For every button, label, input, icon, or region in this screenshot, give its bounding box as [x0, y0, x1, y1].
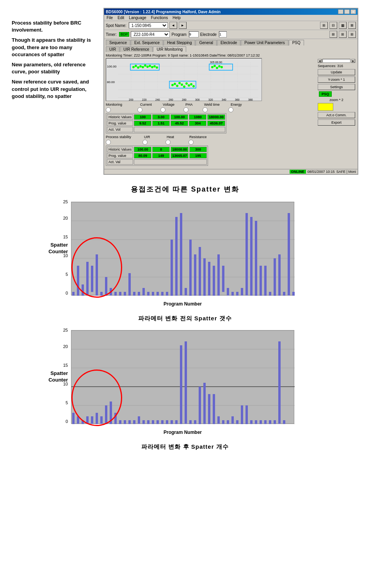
toolbar-btn-4[interactable]: ⊠: [348, 22, 356, 29]
svg-rect-169: [189, 420, 192, 424]
svg-rect-167: [180, 345, 182, 424]
svg-rect-102: [255, 221, 257, 296]
svg-rect-75: [128, 273, 131, 296]
chart-area: Monitoring Timer: Z22-100R4 Program: 9 S…: [104, 52, 358, 169]
toolbar-btn-3[interactable]: ▦: [339, 22, 347, 29]
toolbar-btn-2[interactable]: ⊟: [329, 22, 337, 29]
y-zoom-button[interactable]: Y-zoom * 1: [318, 76, 355, 83]
zoom-display: [318, 103, 333, 111]
act-val-4: 304: [189, 121, 206, 126]
prog-value-label-2: Prog. value: [107, 153, 133, 158]
settings-button[interactable]: Settings: [318, 84, 355, 90]
svg-rect-161: [152, 420, 154, 424]
menu-functions[interactable]: Functions: [151, 16, 168, 20]
uir-radio[interactable]: [142, 140, 148, 145]
menu-file[interactable]: File: [107, 16, 113, 20]
prog-val2-2: 0: [152, 147, 170, 152]
voltage-radio[interactable]: [160, 107, 165, 112]
tab-electrode[interactable]: Electrode: [217, 40, 240, 46]
chart2-section: SpatterCounter 0 5 10 15 20 25: [0, 326, 370, 455]
tab-ext-sequence[interactable]: Ext. Sequence: [131, 40, 163, 46]
tab-psq[interactable]: PSQ: [289, 40, 304, 46]
scrollbar-track[interactable]: [322, 59, 350, 63]
svg-rect-101: [250, 217, 253, 296]
tab-heat-stepping[interactable]: Heat Stepping: [164, 40, 195, 46]
resistance-radio[interactable]: [189, 140, 194, 145]
tab-power-unit[interactable]: Power Unit Parameters: [241, 40, 288, 46]
menu-language[interactable]: Language: [129, 16, 146, 20]
svg-rect-151: [105, 405, 107, 424]
spot-name-combo[interactable]: 1-150:0845: [129, 22, 168, 28]
current-radio[interactable]: [137, 107, 142, 112]
prog-val2-1: 100.00: [134, 147, 151, 152]
svg-point-32: [144, 64, 146, 67]
update-button[interactable]: Update: [318, 69, 355, 75]
energy-radio[interactable]: [228, 107, 233, 112]
export-button[interactable]: Export: [318, 119, 355, 126]
svg-point-42: [181, 83, 183, 86]
svg-rect-164: [166, 420, 168, 424]
monitoring-radio-label: Monitoring: [106, 103, 137, 107]
tab-sequence[interactable]: Sequence: [106, 40, 130, 46]
svg-rect-63: [72, 292, 75, 296]
svg-rect-103: [260, 266, 262, 296]
svg-rect-110: [292, 292, 295, 296]
top-section: Process stability before BRC involvement…: [0, 0, 370, 179]
program-input[interactable]: [189, 31, 199, 37]
svg-text:200: 200: [129, 98, 133, 101]
side-panel: ◄ ► Sequences: 316 Update Y-zoom * 1 Set…: [317, 58, 356, 167]
svg-rect-178: [231, 416, 234, 424]
act-val2-2: 149: [152, 153, 170, 158]
next-icon[interactable]: ►: [179, 22, 187, 29]
close-button[interactable]: ×: [350, 9, 356, 14]
inner-tab-uir[interactable]: UIR: [106, 46, 119, 52]
maximize-button[interactable]: □: [344, 9, 350, 14]
svg-rect-173: [208, 394, 210, 424]
pha-radio[interactable]: [183, 107, 189, 112]
toolbar-right-3[interactable]: ⊞: [348, 31, 356, 38]
svg-rect-175: [217, 416, 220, 424]
svg-text:240: 240: [155, 98, 160, 101]
ytick2-5: 5: [66, 400, 68, 405]
scroll-right[interactable]: ►: [351, 59, 355, 63]
svg-rect-185: [264, 420, 267, 424]
chart-svg: 100.00 80.00 200 220 240 260 280 300 320…: [106, 59, 262, 101]
svg-rect-148: [91, 416, 93, 424]
svg-rect-74: [124, 292, 126, 296]
svg-rect-181: [245, 405, 248, 424]
svg-rect-182: [250, 420, 253, 424]
svg-rect-188: [278, 341, 281, 424]
svg-point-51: [218, 65, 221, 68]
toolbar-right-1[interactable]: ⊞: [329, 31, 337, 38]
heat-radio[interactable]: [165, 140, 171, 145]
prev-icon[interactable]: ◄: [169, 22, 177, 29]
tab-general[interactable]: General: [196, 40, 217, 46]
svg-rect-87: [185, 288, 187, 295]
toolbar-right-2[interactable]: ⊞: [339, 31, 347, 38]
inner-tab-uir-reference[interactable]: UIR Reference: [120, 46, 153, 52]
svg-rect-174: [213, 394, 215, 424]
monitoring-radio[interactable]: [106, 107, 111, 112]
svg-rect-179: [236, 420, 238, 424]
svg-rect-189: [283, 420, 285, 424]
svg-text:280: 280: [182, 98, 187, 101]
process-stability-radio[interactable]: [106, 140, 111, 145]
scroll-left[interactable]: ◄: [318, 59, 322, 63]
program-label: Program: [171, 32, 186, 37]
svg-rect-168: [185, 341, 187, 424]
svg-point-29: [137, 66, 139, 69]
electrode-input[interactable]: [219, 31, 227, 37]
electrode-label: Electrode: [200, 32, 217, 37]
ytick2-10: 10: [63, 382, 68, 386]
menu-edit[interactable]: Edit: [117, 16, 124, 20]
menu-help[interactable]: Help: [173, 16, 181, 20]
timer-combo[interactable]: Z22-100-R4: [131, 31, 170, 37]
weldtime-radio[interactable]: [203, 107, 208, 112]
energy-radio-label: Energy: [231, 103, 242, 107]
svg-rect-77: [138, 292, 140, 296]
minimize-button[interactable]: _: [338, 9, 343, 14]
toolbar-btn-1[interactable]: ⊞: [320, 22, 328, 29]
inner-tab-uir-monitoring[interactable]: UIR Monitoring: [153, 46, 186, 52]
act-comm-button[interactable]: Act.o Comm.: [318, 112, 355, 118]
chart1-area: 1 3 5 7 9 11 13 15 17 19 21 23 25 26 27 …: [71, 202, 294, 295]
